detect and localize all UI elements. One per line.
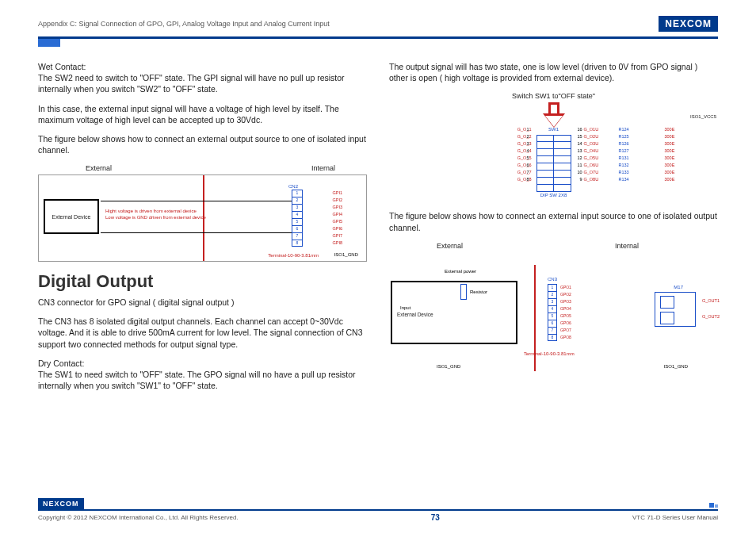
fig2-out1: G_OUT1 (702, 298, 720, 304)
fig1-terminal: Terminal-10-90-3.81mm (268, 253, 319, 259)
wet-contact-block: Wet Contact: The SW2 need to switch to "… (38, 61, 367, 95)
r-p1: The output signal will has two state, on… (389, 61, 718, 83)
fig2-external-device: External Device (391, 281, 517, 344)
brand-logo: NEXCOM (659, 16, 718, 32)
fig1-conn-label: CN2 (288, 183, 298, 190)
fig2-conn-label: CN3 (548, 276, 557, 282)
p5: The CN3 has 8 isolated digital output ch… (38, 316, 367, 350)
header-rule (38, 36, 718, 39)
fig1-labels: External Internal (38, 163, 367, 174)
fig1-wires (101, 191, 292, 247)
fig1-iso: ISO1_GND (334, 251, 358, 258)
figure-output-channel: External Internal External Device Extern… (389, 241, 718, 371)
fig2-input-label: Input (400, 305, 410, 311)
fig1-gpi-list: GPI1 GPI2 GPI3 GPI4 GPI5 GPI6 GPI7 GPI8 (332, 190, 342, 247)
fig2-chip (655, 292, 696, 327)
fig2-resistor-label: Resistor (470, 289, 487, 295)
right-column: The output signal will has two state, on… (389, 61, 718, 399)
fig2-iso: ISO1_GND (437, 363, 460, 370)
fig1-connector: 1234 5678 (292, 190, 303, 247)
fig2-labels: External Internal (389, 241, 718, 252)
digital-output-heading: Digital Output (38, 270, 367, 293)
p4: CN3 connector for GPO signal ( digital s… (38, 297, 367, 308)
sw-iso-label: ISO1_VCC5 (690, 113, 716, 120)
header-tab (38, 39, 60, 47)
fig1-internal-label: Internal (311, 163, 335, 173)
figure-input-channel: External Internal External Device Hight … (38, 163, 367, 262)
dry-contact-block: Dry Contact: The SW1 to need switch to "… (38, 358, 367, 392)
footer-logo: NEXCOM (38, 498, 84, 509)
fig2-resistor (460, 284, 467, 300)
page: Appendix C: Signal Connection of GPO, GP… (0, 0, 756, 533)
manual-name: VTC 71-D Series User Manual (632, 514, 718, 521)
fig2-external-label: External (437, 241, 463, 251)
fig2-box: External Device External power Resistor … (389, 252, 718, 371)
sw-values: 300E300E 300E300E 300E300E 300E300E (665, 126, 689, 183)
page-number: 73 (431, 513, 440, 522)
sw-left-pins: 12 34 56 78 (527, 126, 535, 183)
fig1-box: External Device Hight voltage is driven … (38, 174, 367, 262)
fig2-connector: 1234 5678 (548, 284, 557, 341)
footer: NEXCOM Copyright © 2012 NEXCOM Internati… (38, 509, 718, 522)
fig1-external-device: External Device (44, 199, 99, 234)
p2: In this case, the external input signal … (38, 103, 367, 125)
left-column: Wet Contact: The SW2 need to switch to "… (38, 61, 367, 399)
appendix-title: Appendix C: Signal Connection of GPO, GP… (38, 20, 330, 28)
content-columns: Wet Contact: The SW2 need to switch to "… (38, 61, 718, 399)
fig2-device-label: External Device (397, 312, 433, 319)
footer-decor-icon (709, 503, 718, 508)
figure-sw1: Switch SW1 to"OFF state" SW1 DIP SW 2X8 … (389, 91, 718, 210)
dip-label: DIP SW 2X8 (389, 192, 718, 198)
fig2-gpo-list: GPO1GPO2 GPO3GPO4 GPO5GPO6 GPO7GPO8 (560, 284, 571, 341)
fig2-iso2: ISO1_GND (664, 363, 688, 370)
sw-right-pins: 1615 1413 1211 109 (573, 126, 582, 183)
dry-contact-text: The SW1 to need switch to "OFF" state. T… (38, 370, 356, 390)
sw1-title: Switch SW1 to"OFF state" (389, 91, 718, 101)
fig2-ext-power: External power (445, 268, 476, 274)
dry-contact-title: Dry Contact: (38, 359, 84, 368)
r-p2: The figure below shows how to connect an… (389, 210, 718, 232)
sw-right-signals: G_O1UG_O2U G_O3UG_O4U G_O5UG_O6U G_O7UG_… (584, 126, 619, 183)
arrow-down-icon (543, 113, 565, 128)
fig2-internal-label: Internal (615, 241, 639, 251)
fig2-chip-label: M17 (674, 284, 683, 290)
arrow-shaft (548, 102, 559, 113)
fig2-out2: G_OUT2 (702, 314, 720, 320)
p3: The figure below shows how to connect an… (38, 133, 367, 155)
sw-left-signals: G_O_1G_O_2 G_O_3G_O_4 G_O_5G_O_6 G_O_7G_… (484, 126, 532, 183)
copyright: Copyright © 2012 NEXCOM International Co… (38, 514, 239, 521)
wet-contact-text: The SW2 need to switch to "OFF" state. T… (38, 73, 345, 94)
fig2-terminal: Terminal-10-90-3.81mm (524, 351, 575, 357)
dip-switch (536, 135, 571, 192)
fig1-external-label: External (86, 163, 112, 173)
wet-contact-title: Wet Contact: (38, 62, 86, 71)
sw-resistors: R124R125 R126R127 R131R132 R133R134 (619, 126, 643, 183)
header-bar: Appendix C: Signal Connection of GPO, GP… (38, 16, 718, 35)
